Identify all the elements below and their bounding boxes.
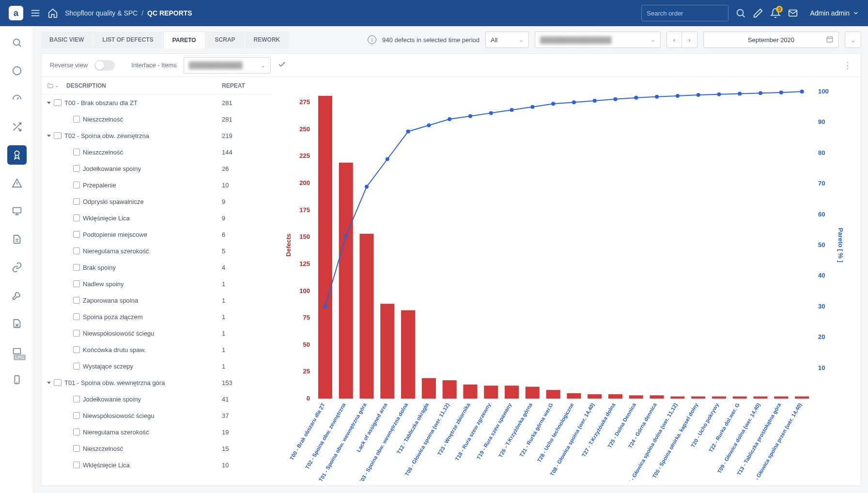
- svg-text:90: 90: [818, 118, 825, 125]
- sidebar-item-link[interactable]: [7, 258, 27, 277]
- tab-basic-view[interactable]: BASIC VIEW: [41, 31, 93, 48]
- date-range-picker[interactable]: September 2020: [703, 31, 839, 48]
- sidebar-item-mobile[interactable]: [7, 370, 27, 389]
- pareto-chart: 0255075100125150175200225250275102030405…: [280, 87, 847, 481]
- tree-item-row[interactable]: Spoina poza złączem1: [41, 308, 271, 325]
- menu-icon[interactable]: [30, 8, 41, 18]
- tree-row-label: T00 - Brak obszaru dla ZT: [64, 99, 138, 107]
- sidebar-item-quality[interactable]: [7, 145, 27, 165]
- tree-row-repeat: 4: [222, 264, 265, 271]
- date-mode-dropdown[interactable]: ⌄: [845, 31, 861, 48]
- interface-dropdown[interactable]: ████████████ ⌄: [184, 57, 271, 74]
- tree-row-label: Spoina poza złączem: [83, 313, 143, 321]
- tree-item-row[interactable]: Brak spoiny4: [41, 259, 271, 276]
- more-menu[interactable]: ⋮: [843, 60, 852, 71]
- tree-row-repeat: 1: [222, 363, 265, 370]
- file-icon: [73, 412, 80, 419]
- sidebar-item-document[interactable]: [7, 230, 27, 249]
- svg-point-77: [344, 234, 348, 238]
- folder-menu[interactable]: ⌄: [47, 82, 62, 89]
- svg-rect-52: [318, 96, 332, 399]
- sidebar-item-alert[interactable]: [7, 173, 27, 193]
- sidebar-item-spreadsheet[interactable]: [7, 314, 27, 333]
- tree-item-row[interactable]: Nieszczelność144: [41, 144, 271, 160]
- sidebar-item-tool[interactable]: [7, 286, 27, 305]
- tree-group-row[interactable]: T02 - Spoina obw. zewnętrzna219: [41, 127, 271, 144]
- home-icon[interactable]: [47, 8, 58, 18]
- tree-row-repeat: 41: [222, 396, 265, 403]
- svg-text:0: 0: [307, 395, 310, 402]
- tree-body[interactable]: T00 - Brak obszaru dla ZT281Nieszczelnoś…: [41, 94, 271, 486]
- tree-group-row[interactable]: T00 - Brak obszaru dla ZT281: [41, 94, 271, 111]
- tree-group-row[interactable]: T01 - Spoina obw. wewnętrzna góra153: [41, 374, 271, 391]
- sidebar-item-circle[interactable]: [7, 61, 27, 80]
- notification-icon[interactable]: 0: [770, 8, 781, 18]
- svg-rect-55: [380, 304, 394, 399]
- tree-item-row[interactable]: Nieregularna szerokość5: [41, 243, 271, 259]
- tab-pareto[interactable]: PARETO: [163, 31, 205, 48]
- chevron-down-icon: ⌄: [519, 36, 524, 43]
- svg-text:T09 - Głowica dolna (wer. 14,4: T09 - Głowica dolna (wer. 14,40): [716, 402, 761, 475]
- tree-item-row[interactable]: Niewspółosiowość ściegu37: [41, 407, 271, 424]
- tree-row-label: Nieregularna szerokość: [83, 247, 149, 255]
- sidebar-item-lpg[interactable]: LPG: [7, 342, 27, 361]
- svg-point-96: [738, 92, 742, 95]
- file-icon: [73, 231, 80, 238]
- sidebar-item-gauge[interactable]: [7, 89, 27, 108]
- tree-item-row[interactable]: Nieszczelność281: [41, 111, 271, 127]
- svg-text:80: 80: [818, 149, 825, 156]
- sidebar-item-search[interactable]: [7, 33, 27, 52]
- svg-text:225: 225: [299, 152, 310, 159]
- tree-row-repeat: 6: [222, 231, 265, 238]
- app-logo[interactable]: a: [9, 6, 23, 20]
- svg-text:T18 - Rura szew zgrzewny: T18 - Rura szew zgrzewny: [454, 401, 492, 462]
- tree-item-row[interactable]: Podtopienie miejscowe6: [41, 226, 271, 243]
- reverse-view-toggle[interactable]: [94, 60, 115, 71]
- prev-button[interactable]: ‹: [666, 31, 682, 48]
- tree-item-row[interactable]: Nieregularna szerokość19: [41, 424, 271, 440]
- interface-value: ████████████: [189, 62, 243, 69]
- svg-text:T19 - Rura szew spawany: T19 - Rura szew spawany: [476, 401, 513, 461]
- svg-text:10: 10: [818, 364, 825, 371]
- tree-row-label: Wklęśnięcie Lica: [83, 462, 130, 469]
- sidebar-item-shuffle[interactable]: [7, 117, 27, 137]
- user-menu[interactable]: Admin admin: [810, 9, 859, 17]
- next-button[interactable]: ›: [682, 31, 698, 48]
- edit-icon[interactable]: [753, 8, 763, 18]
- tree-item-row[interactable]: Nieszczelność15: [41, 440, 271, 457]
- filter-2-dropdown[interactable]: ████████████████ ⌄: [535, 31, 661, 48]
- svg-rect-73: [753, 397, 767, 399]
- tree-item-row[interactable]: Nadlew spoiny1: [41, 276, 271, 292]
- svg-text:60: 60: [818, 211, 825, 218]
- sidebar-item-monitor[interactable]: [7, 201, 27, 221]
- search-icon[interactable]: [735, 8, 746, 18]
- tree-item-row[interactable]: Zaporowana spoina1: [41, 292, 271, 308]
- file-icon: [73, 116, 80, 123]
- tree-row-repeat: 1: [222, 297, 265, 304]
- tree-item-row[interactable]: Wklęśnięcie Lica9: [41, 210, 271, 226]
- calendar-icon: [826, 35, 834, 45]
- tab-scrap[interactable]: SCRAP: [206, 31, 244, 48]
- apply-button[interactable]: [278, 60, 286, 70]
- svg-point-80: [406, 129, 410, 133]
- tree-item-row[interactable]: Jodełkowanie spoiny41: [41, 391, 271, 407]
- tree-item-row[interactable]: Wklęśnięcie Lica10: [41, 457, 271, 473]
- tree-item-row[interactable]: Wystające sczepy1: [41, 358, 271, 374]
- breadcrumb-parent[interactable]: Shopfloor quality & SPC: [65, 9, 138, 17]
- mail-icon[interactable]: [788, 8, 798, 18]
- tree-item-row[interactable]: Przepalenie10: [41, 177, 271, 193]
- svg-rect-58: [443, 380, 457, 399]
- tree-item-row[interactable]: Jodełkowanie spoiny26: [41, 160, 271, 177]
- tab-rework[interactable]: REWORK: [245, 31, 289, 48]
- search-input[interactable]: [641, 5, 728, 21]
- svg-text:70: 70: [818, 180, 825, 187]
- filter-1-dropdown[interactable]: All ⌄: [485, 31, 529, 48]
- svg-point-92: [655, 95, 659, 99]
- file-icon: [73, 396, 80, 402]
- tree-row-label: T01 - Spoina obw. wewnętrzna góra: [64, 379, 165, 386]
- tree-row-label: Nieszczelność: [83, 149, 123, 156]
- tree-item-row[interactable]: Odpryski spawalnicze9: [41, 193, 271, 210]
- tree-item-row[interactable]: Niewspółosiowość ściegu1: [41, 325, 271, 341]
- tree-item-row[interactable]: Końcówka drutu spaw.1: [41, 341, 271, 358]
- tab-list-of-defects[interactable]: LIST OF DEFECTS: [93, 31, 162, 48]
